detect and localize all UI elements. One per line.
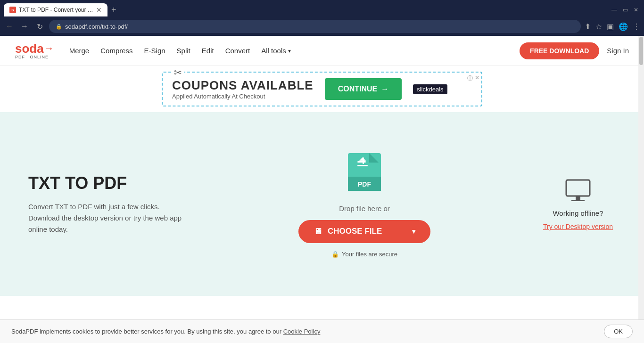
main-nav: Merge Compress E-Sign Split Edit Convert… [69,47,520,55]
left-section: TXT TO PDF Convert TXT to PDF with just … [28,173,189,235]
tab-title: TXT to PDF - Convert your TXT t... [19,7,93,13]
arrow-right-icon: → [381,85,388,93]
nav-esign[interactable]: E-Sign [144,47,165,55]
nav-edit[interactable]: Edit [202,47,214,55]
nav-merge[interactable]: Merge [69,47,90,55]
forward-button[interactable]: → [19,22,30,31]
svg-rect-10 [571,200,585,201]
sidebar-icon[interactable]: ▣ [607,22,614,31]
menu-icon[interactable]: ⋮ [633,22,640,31]
scrollbar-thumb[interactable] [639,37,643,65]
minimize-button[interactable]: — [611,7,617,13]
nav-all-tools[interactable]: All tools ▾ [261,47,291,55]
right-section: Working offline? Try our Desktop version [540,178,616,230]
address-bar: ← → ↻ 🔒 sodapdf.com/txt-to-pdf/ ⬆ ☆ ▣ 🌐 … [0,17,644,36]
svg-rect-2 [357,161,366,163]
main-content: TXT TO PDF Convert TXT to PDF with just … [0,112,644,296]
svg-rect-8 [566,180,590,196]
ad-continue-button[interactable]: CONTINUE → [325,78,402,100]
pdf-icon-container: PDF [346,151,383,193]
tab-close-button[interactable]: ✕ [96,6,102,14]
logo-soda: soda [15,42,44,55]
monitor-icon: 🖥 [314,227,322,237]
url-text: sodapdf.com/txt-to-pdf/ [65,23,128,30]
nav-convert[interactable]: Convert [225,47,250,55]
profile-icon[interactable]: 🌐 [619,22,628,31]
header-right: FREE DOWNLOAD Sign In [520,42,629,59]
ad-brand-logo: slickdeals [413,84,447,94]
tab-bar: S TXT to PDF - Convert your TXT t... ✕ +… [0,0,644,17]
svg-rect-3 [357,165,368,166]
page-description: Convert TXT to PDF with just a few click… [28,201,189,235]
back-button[interactable]: ← [4,22,15,31]
offline-title: Working offline? [553,209,603,217]
chevron-down-icon: ▾ [412,228,415,235]
svg-text:PDF: PDF [358,180,371,188]
address-bar-icons: ⬆ ☆ ▣ 🌐 ⋮ [585,22,640,31]
ad-title: COUPONS AVAILABLE [172,78,314,93]
nav-split[interactable]: Split [177,47,190,55]
center-section: PDF Drop file here or 🖥 CHOOSE FILE ▾ 🔒 … [226,151,503,258]
free-download-button[interactable]: FREE DOWNLOAD [520,42,599,59]
share-icon[interactable]: ⬆ [585,22,591,31]
drop-text: Drop file here or [339,204,390,212]
ad-brand: slickdeals [413,84,447,94]
maximize-button[interactable]: ▭ [623,7,628,13]
refresh-button[interactable]: ↻ [34,22,45,31]
scrollbar[interactable] [638,36,644,296]
desktop-monitor-icon [564,178,592,204]
new-tab-button[interactable]: + [111,5,116,15]
bookmark-icon[interactable]: ☆ [595,22,602,31]
ad-text-block: COUPONS AVAILABLE Applied Automatically … [172,78,314,100]
choose-file-button[interactable]: 🖥 CHOOSE FILE ▾ [298,220,430,243]
site-header: soda → PDF ONLINE Merge Compress E-Sign … [0,36,644,66]
active-tab[interactable]: S TXT to PDF - Convert your TXT t... ✕ [4,3,107,16]
url-bar[interactable]: 🔒 sodapdf.com/txt-to-pdf/ [49,20,581,33]
ad-info-icon[interactable]: ⓘ [467,74,473,82]
choose-btn-left: 🖥 CHOOSE FILE [314,227,382,237]
ad-subtitle: Applied Automatically At Checkout [172,93,314,100]
ad-inner: ✂ ⓘ ✕ COUPONS AVAILABLE Applied Automati… [162,72,482,106]
desktop-version-link[interactable]: Try our Desktop version [543,223,613,230]
choose-file-label: CHOOSE FILE [328,227,382,236]
close-button[interactable]: ✕ [634,7,638,13]
browser-window-controls: — ▭ ✕ [611,7,640,13]
tab-favicon: S [9,7,16,13]
lock-icon: 🔒 [56,24,62,30]
nav-compress[interactable]: Compress [100,47,132,55]
secure-label: Your files are secure [342,251,397,258]
page-title: TXT TO PDF [28,173,189,193]
logo[interactable]: soda → PDF ONLINE [15,42,54,59]
logo-text: soda → PDF ONLINE [15,42,54,59]
scissors-icon: ✂ [172,67,184,78]
sign-in-link[interactable]: Sign In [607,47,629,55]
browser-chrome: S TXT to PDF - Convert your TXT t... ✕ +… [0,0,644,36]
logo-arrow-icon: → [44,42,54,55]
logo-sub: PDF ONLINE [15,55,54,59]
ad-close-icon[interactable]: ✕ [475,74,479,81]
ad-banner: ✂ ⓘ ✕ COUPONS AVAILABLE Applied Automati… [0,66,644,112]
lock-secure-icon: 🔒 [331,251,339,258]
svg-rect-9 [576,196,580,200]
pdf-file-icon: PDF [346,151,383,193]
secure-text: 🔒 Your files are secure [331,251,397,258]
chevron-down-icon: ▾ [288,48,291,54]
